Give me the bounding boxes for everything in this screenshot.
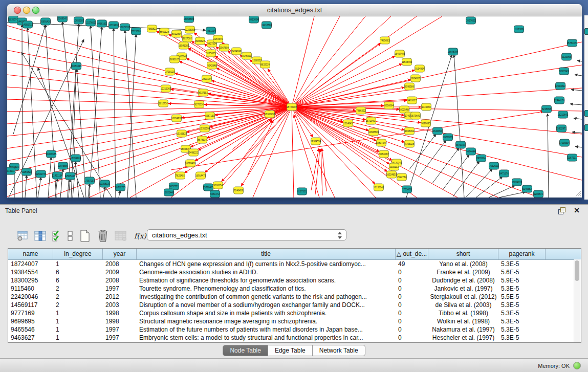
table-selector-dropdown[interactable]: citations_edges.txt: [147, 229, 346, 240]
graph-node-selected[interactable]: 12213363: [161, 85, 171, 92]
graph-node-selected[interactable]: 22226058: [185, 26, 195, 33]
column-header-out_degree[interactable]: △ out_de...: [396, 249, 428, 259]
graph-edge-selected[interactable]: [321, 149, 322, 195]
graph-node-selected[interactable]: 7246459: [234, 187, 244, 194]
graph-node[interactable]: 15751074: [567, 39, 578, 47]
graph-node-selected[interactable]: 2154646: [213, 35, 223, 42]
graph-node-selected[interactable]: 16099469: [185, 160, 196, 167]
graph-node-hub[interactable]: 18724007: [287, 103, 297, 111]
graph-node[interactable]: 2269143: [58, 16, 68, 22]
graph-node[interactable]: 12093822: [555, 82, 566, 90]
graph-node[interactable]: 17957253: [84, 177, 95, 184]
graph-edge[interactable]: [570, 104, 582, 105]
graph-edge[interactable]: [125, 30, 136, 198]
graph-node[interactable]: 10719138: [108, 21, 119, 29]
table-row[interactable]: 2242004622012Investigating the contribut…: [8, 293, 581, 301]
graph-node[interactable]: 7632621: [489, 162, 499, 169]
graph-edge-selected[interactable]: [292, 107, 539, 198]
graph-node-selected[interactable]: 7665822: [147, 25, 157, 32]
graph-node-selected[interactable]: 18807249: [376, 139, 387, 146]
table-row[interactable]: 1938455462009Genome-wide association stu…: [8, 268, 581, 276]
graph-node[interactable]: 1835074: [9, 16, 18, 23]
graph-node[interactable]: 9245652: [522, 185, 532, 192]
graph-node-selected[interactable]: 9242848: [207, 62, 217, 69]
graph-edge[interactable]: [103, 187, 105, 198]
graph-node-selected[interactable]: 9360854: [213, 182, 223, 189]
graph-node-selected[interactable]: 1810750: [159, 100, 168, 107]
graph-node[interactable]: 3315911: [7, 167, 15, 174]
memory-status-indicator[interactable]: [573, 362, 581, 369]
graph-edge-selected[interactable]: [322, 148, 326, 191]
graph-node[interactable]: 1117306: [514, 26, 524, 33]
graph-node-selected[interactable]: 2803144: [202, 75, 212, 82]
table-row[interactable]: 946362711997Embryonic stem cells: a mode…: [8, 334, 581, 342]
graph-edge[interactable]: [89, 27, 102, 198]
graph-edge-selected[interactable]: [292, 65, 582, 107]
graph-node[interactable]: 11451134: [52, 172, 62, 179]
graph-node-selected[interactable]: 9890107: [170, 56, 180, 63]
graph-node-selected[interactable]: 1015132: [389, 163, 399, 170]
graph-node-selected[interactable]: 19384554: [311, 138, 321, 145]
graph-node-selected[interactable]: 8912954: [172, 30, 182, 37]
graph-edge[interactable]: [13, 25, 46, 134]
graph-edge[interactable]: [499, 192, 526, 198]
column-header-year[interactable]: year: [103, 249, 137, 259]
graph-node[interactable]: 2057652: [466, 17, 476, 24]
graph-node[interactable]: 20891436: [40, 18, 51, 25]
graph-node-selected[interactable]: 8096586: [405, 83, 415, 90]
graph-node[interactable]: 12942737: [36, 170, 47, 178]
graph-node-selected[interactable]: 2522734: [397, 173, 407, 181]
graph-edge[interactable]: [443, 155, 469, 190]
graph-edge-selected[interactable]: [175, 73, 292, 107]
graph-node[interactable]: 1527602: [86, 19, 96, 26]
graph-node-selected[interactable]: 7756928: [405, 140, 415, 147]
column-header-pagerank[interactable]: pagerank: [498, 249, 546, 259]
graph-edge-selected[interactable]: [186, 58, 292, 107]
graph-edge[interactable]: [25, 175, 27, 198]
window-titlebar[interactable]: citations_edges.txt: [7, 4, 582, 16]
float-panel-icon[interactable]: [558, 207, 565, 214]
graph-node-selected[interactable]: 18300295: [265, 111, 275, 118]
graph-node-selected[interactable]: 8678334: [198, 136, 207, 143]
graph-edge-selected[interactable]: [294, 115, 319, 198]
table-row[interactable]: 977716911998Corpus callosum shape and si…: [8, 309, 581, 317]
graph-node[interactable]: 1640954: [433, 127, 443, 135]
graph-node[interactable]: 10975887: [58, 162, 69, 169]
graph-node-selected[interactable]: 8954957: [411, 75, 421, 82]
graph-node-selected[interactable]: 8186328: [195, 37, 205, 45]
table-scrollbar[interactable]: [574, 259, 581, 342]
graph-node[interactable]: 16648784: [448, 48, 459, 55]
graph-edge[interactable]: [454, 55, 464, 198]
graph-edge-selected[interactable]: [292, 16, 391, 107]
graph-node-selected[interactable]: 8660128: [160, 28, 169, 35]
graph-node-selected[interactable]: 9154954: [415, 65, 425, 72]
graph-node-selected[interactable]: 1965492: [405, 127, 415, 135]
graph-node[interactable]: 2935114: [476, 155, 486, 162]
graph-node-selected[interactable]: 9827503: [183, 35, 192, 42]
tab-network-table[interactable]: Network Table: [313, 345, 365, 356]
graph-edge-selected[interactable]: [7, 107, 292, 173]
graph-node[interactable]: 8466161: [97, 20, 107, 27]
graph-node-selected[interactable]: 2967608: [220, 44, 229, 51]
graph-node-selected[interactable]: 16497493: [395, 50, 405, 57]
graph-node[interactable]: 9286572: [534, 190, 543, 198]
graph-edge-selected[interactable]: [253, 107, 292, 198]
network-graph-svg[interactable]: 1835074144055614055712208914362269143106…: [7, 16, 582, 198]
graph-node[interactable]: 20206535: [46, 150, 57, 158]
graph-node-selected[interactable]: 10688609: [368, 128, 379, 136]
graph-node-selected[interactable]: 9170036: [194, 101, 204, 108]
graph-edge[interactable]: [577, 60, 582, 61]
table-row[interactable]: 1830029562008Estimation of significance …: [8, 276, 581, 285]
graph-node-selected[interactable]: 8832039: [260, 61, 270, 68]
graph-node-selected[interactable]: 16543382: [179, 42, 189, 49]
graph-node-selected[interactable]: 8267130: [205, 112, 215, 119]
table-row[interactable]: 1872400712008Changes of HCN gene express…: [8, 260, 581, 268]
table-row[interactable]: 911546021997Tourette syndrome. Phenomeno…: [8, 285, 581, 293]
graph-edge[interactable]: [548, 114, 549, 198]
graph-node[interactable]: 12505113: [65, 172, 76, 180]
graph-node[interactable]: 9227343: [559, 68, 569, 75]
graph-node[interactable]: 15716485: [203, 184, 214, 191]
column-header-in_degree[interactable]: in_degree: [53, 249, 103, 259]
graph-edge-selected[interactable]: [292, 88, 582, 107]
table-settings-icon[interactable]: [17, 230, 29, 242]
